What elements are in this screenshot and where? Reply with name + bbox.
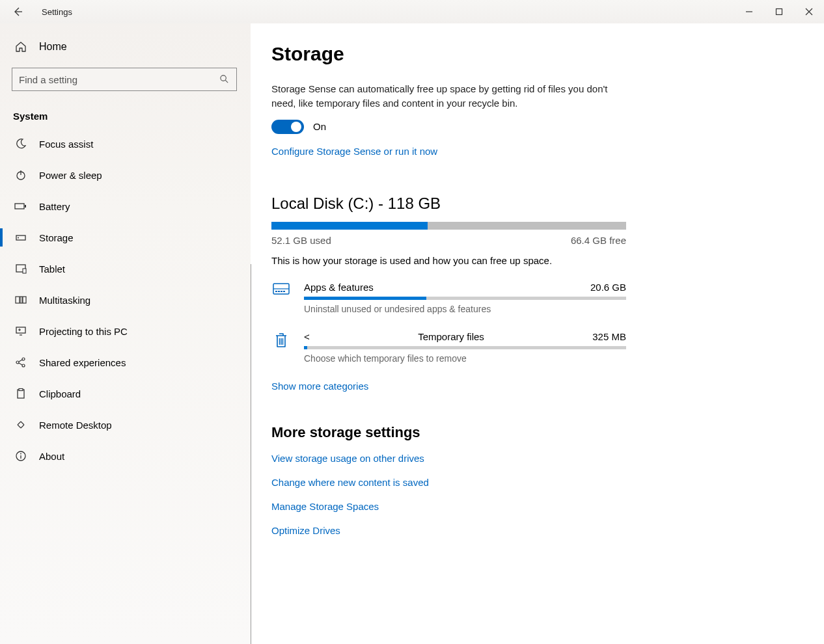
nav-label: Power & sleep [39,170,102,181]
nav-label: Shared experiences [39,357,126,368]
category-apps-features[interactable]: Apps & features 20.6 GB Uninstall unused… [271,282,626,314]
svg-rect-6 [15,204,24,209]
category-size: 20.6 GB [590,282,626,293]
svg-point-16 [16,361,19,364]
svg-point-9 [18,237,19,239]
apps-icon [271,282,291,301]
nav-label: Clipboard [39,388,81,399]
category-name: Apps & features [304,282,374,293]
category-sub: Choose which temporary files to remove [304,353,626,364]
nav-power-sleep[interactable]: Power & sleep [0,159,251,191]
category-bar [304,346,626,349]
nav-home[interactable]: Home [0,34,251,60]
nav-about[interactable]: About [0,440,251,472]
nav-label: Focus assist [39,139,93,150]
maximize-button[interactable] [764,1,794,22]
nav-home-label: Home [39,41,67,53]
svg-rect-14 [23,297,26,303]
nav-storage[interactable]: Storage [0,222,251,253]
nav-shared-experiences[interactable]: Shared experiences [0,347,251,378]
svg-rect-28 [283,291,285,292]
nav-label: About [39,451,64,462]
svg-rect-1 [776,9,782,15]
svg-rect-20 [19,389,23,391]
category-bar [304,297,626,300]
nav-battery[interactable]: Battery [0,191,251,222]
nav-multitasking[interactable]: Multitasking [0,284,251,315]
scroll-indicator[interactable] [251,264,251,644]
search-input[interactable] [19,74,219,85]
nav-label: Storage [39,232,74,243]
nav-projecting[interactable]: Projecting to this PC [0,315,251,347]
minimize-button[interactable] [734,1,764,22]
disk-usage-bar [271,222,626,230]
clipboard-icon [14,387,27,400]
svg-rect-13 [20,297,22,303]
nav-remote-desktop[interactable]: Remote Desktop [0,409,251,440]
sidebar: Home System Focus assist Power & sleep [0,23,251,644]
nav-label: Multitasking [39,295,90,306]
svg-point-2 [221,75,226,81]
category-size: 325 MB [592,331,626,342]
svg-rect-27 [281,291,282,292]
category-temporary-files[interactable]: <Temporary files 325 MB Choose which tem… [271,331,626,364]
content-pane: Storage Storage Sense can automatically … [251,23,824,644]
link-other-drives[interactable]: View storage usage on other drives [271,453,798,464]
close-button[interactable] [794,1,824,22]
back-button[interactable] [12,6,23,18]
nav-tablet[interactable]: Tablet [0,253,251,284]
nav-label: Battery [39,201,70,212]
nav-label: Projecting to this PC [39,326,128,337]
svg-point-22 [20,453,21,455]
usage-hint: This is how your storage is used and how… [271,255,798,266]
home-icon [14,40,27,53]
storage-icon [14,231,27,244]
category-sub: Uninstall unused or undesired apps & fea… [304,304,626,314]
svg-rect-7 [25,205,26,208]
category-name: Temporary files [418,331,484,342]
share-icon [14,356,27,369]
svg-rect-25 [275,291,277,292]
moon-icon [14,137,27,150]
link-storage-spaces[interactable]: Manage Storage Spaces [271,501,798,512]
configure-storage-sense-link[interactable]: Configure Storage Sense or run it now [271,146,798,157]
svg-point-17 [22,358,25,360]
titlebar: Settings [0,0,824,23]
more-storage-settings-title: More storage settings [271,424,798,441]
projecting-icon [14,325,27,338]
nav-label: Tablet [39,263,65,275]
disk-free-label: 66.4 GB free [571,235,626,246]
svg-rect-26 [278,291,280,292]
multitasking-icon [14,293,27,306]
info-icon [14,449,27,463]
storage-sense-toggle[interactable] [271,120,304,134]
tablet-icon [14,262,27,275]
power-icon [14,168,27,181]
search-icon [219,74,230,85]
link-optimize-drives[interactable]: Optimize Drives [271,525,798,536]
storage-sense-description: Storage Sense can automatically free up … [271,82,623,111]
disk-title: Local Disk (C:) - 118 GB [271,195,798,213]
nav-focus-assist[interactable]: Focus assist [0,128,251,159]
svg-line-3 [225,80,228,83]
nav-label: Remote Desktop [39,420,112,431]
app-title: Settings [42,7,72,17]
svg-rect-12 [16,297,20,303]
link-change-save-location[interactable]: Change where new content is saved [271,477,798,488]
battery-icon [14,200,27,213]
sidebar-section-label: System [0,96,251,128]
svg-point-18 [22,364,25,367]
disk-used-label: 52.1 GB used [271,235,331,246]
search-box[interactable] [12,68,237,91]
svg-rect-11 [23,269,26,273]
nav-clipboard[interactable]: Clipboard [0,378,251,409]
toggle-state-label: On [313,121,326,132]
show-more-categories-link[interactable]: Show more categories [271,381,798,392]
trash-icon [271,331,291,351]
remote-icon [14,418,27,431]
page-title: Storage [271,43,798,65]
